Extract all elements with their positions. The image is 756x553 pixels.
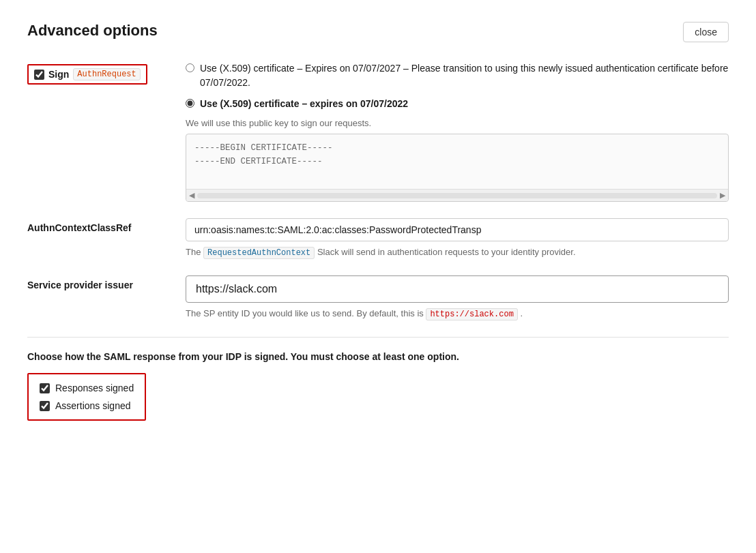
authn-context-input[interactable] — [186, 218, 729, 241]
assertions-signed-option: Assertions signed — [40, 400, 134, 411]
authn-context-label: AuthnContextClassRef — [27, 218, 164, 233]
responses-signed-label: Responses signed — [55, 383, 134, 393]
scroll-right-icon[interactable]: ▶ — [720, 191, 725, 200]
saml-heading: Choose how the SAML response from your I… — [27, 351, 729, 362]
service-provider-content: The SP entity ID you would like us to se… — [186, 275, 729, 320]
section-divider — [27, 337, 729, 338]
cert-radio-2[interactable] — [186, 99, 194, 108]
page-title: Advanced options — [27, 22, 158, 40]
scroll-left-icon[interactable]: ◀ — [189, 191, 194, 200]
assertions-signed-label: Assertions signed — [55, 400, 131, 411]
responses-signed-checkbox[interactable] — [40, 383, 50, 393]
authn-context-content: The RequestedAuthnContext Slack will sen… — [186, 218, 729, 259]
authn-context-hint: The RequestedAuthnContext Slack will sen… — [186, 245, 729, 259]
signing-options-box: Responses signed Assertions signed — [27, 373, 146, 421]
sign-authn-row: Sign AuthnRequest Use (X.509) certificat… — [27, 61, 729, 202]
cert-content: -----BEGIN CERTIFICATE----- -----END CER… — [186, 134, 728, 189]
close-button[interactable]: close — [683, 22, 729, 42]
cert-scrollbar: ◀ ▶ — [186, 189, 728, 201]
cert-option-1: Use (X.509) certificate – Expires on 07/… — [186, 61, 729, 90]
certificate-options: Use (X.509) certificate – Expires on 07/… — [186, 61, 729, 202]
service-provider-hint: The SP entity ID you would like us to se… — [186, 307, 729, 320]
sign-label-text: Sign — [48, 69, 69, 80]
sign-authn-label-box: Sign AuthnRequest — [27, 64, 147, 85]
cert-label-2: Use (X.509) certificate – expires on 07/… — [200, 97, 408, 111]
service-provider-input[interactable] — [186, 275, 729, 303]
sign-authn-checkbox[interactable] — [34, 70, 44, 80]
responses-signed-option: Responses signed — [40, 383, 134, 393]
cert-radio-1[interactable] — [186, 63, 194, 72]
scroll-track — [197, 193, 717, 198]
authn-context-row: AuthnContextClassRef The RequestedAuthnC… — [27, 218, 729, 259]
requested-authn-context-tag: RequestedAuthnContext — [203, 247, 315, 259]
cert-option-2: Use (X.509) certificate – expires on 07/… — [186, 97, 729, 111]
cert-label-1: Use (X.509) certificate – Expires on 07/… — [200, 61, 729, 90]
service-provider-row: Service provider issuer The SP entity ID… — [27, 275, 729, 320]
advanced-options-panel: Advanced options close Sign AuthnRequest… — [0, 0, 756, 553]
authn-request-tag: AuthnRequest — [73, 68, 140, 80]
header: Advanced options close — [27, 22, 729, 42]
service-provider-label: Service provider issuer — [27, 275, 164, 290]
sign-label-area: Sign AuthnRequest — [27, 61, 164, 85]
slack-url-tag: https://slack.com — [426, 308, 517, 320]
saml-signing-section: Choose how the SAML response from your I… — [27, 351, 729, 421]
cert-hint: We will use this public key to sign our … — [186, 118, 729, 128]
cert-box: -----BEGIN CERTIFICATE----- -----END CER… — [186, 134, 729, 202]
assertions-signed-checkbox[interactable] — [40, 401, 50, 411]
